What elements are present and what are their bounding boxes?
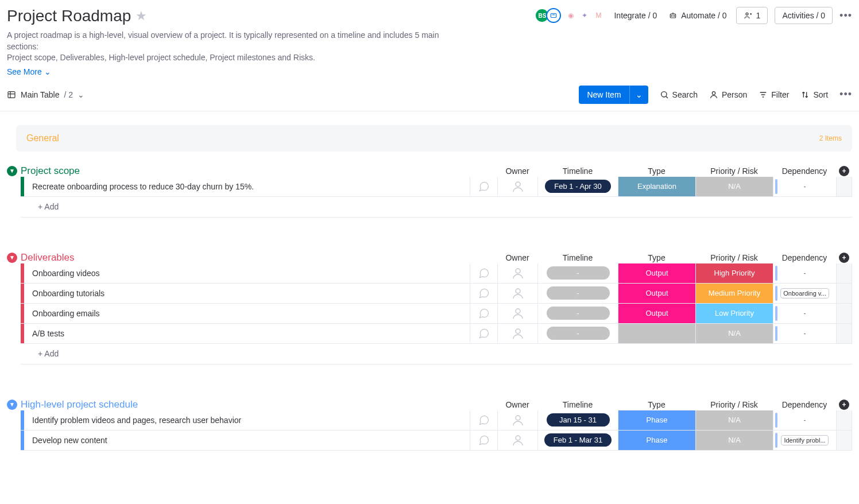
conversation-icon[interactable] [470,177,497,196]
column-timeline[interactable]: Timeline [537,400,618,409]
owner-cell[interactable] [497,263,537,283]
item-name[interactable]: Develop new content [24,431,470,450]
timeline-cell[interactable]: Feb 1 - Mar 31 [537,431,618,450]
priority-cell[interactable]: N/A [695,431,773,450]
type-cell[interactable]: Output [618,263,695,283]
dependency-cell[interactable]: Identify probl... [773,431,836,450]
search-action[interactable]: Search [660,90,698,99]
type-cell[interactable] [618,324,695,343]
new-item-dropdown[interactable]: ⌄ [629,86,648,104]
add-column-button[interactable]: + [836,400,852,410]
sort-action[interactable]: Sort [800,90,828,99]
group-title[interactable]: Deliverables [21,252,497,263]
conversation-icon[interactable] [470,431,497,450]
dependency-cell[interactable]: - [773,324,836,343]
add-item-row[interactable]: + Add [21,344,852,365]
add-column-button[interactable]: + [836,166,852,176]
timeline-cell[interactable]: Feb 1 - Apr 30 [537,177,618,196]
timeline-cell[interactable]: - [537,324,618,343]
timeline-cell[interactable]: - [537,304,618,323]
toolbar-more-icon[interactable]: ••• [839,88,852,100]
type-cell[interactable]: Phase [618,410,695,430]
column-owner[interactable]: Owner [497,253,537,262]
dependency-cell[interactable]: - [773,304,836,323]
automate-link[interactable]: Automate / 0 [666,7,729,24]
timeline-cell[interactable]: - [537,263,618,283]
priority-cell[interactable]: N/A [695,177,773,196]
priority-cell[interactable]: Low Priority [695,304,773,323]
priority-cell[interactable]: N/A [695,324,773,343]
item-name[interactable]: A/B tests [24,324,470,343]
table-row[interactable]: A/B tests-N/A- [21,324,852,344]
dependency-tag[interactable]: Onboarding v... [780,288,829,298]
timeline-cell[interactable]: Jan 15 - 31 [537,410,618,430]
conversation-icon[interactable] [470,284,497,303]
collapse-caret-icon[interactable]: ▼ [7,253,17,263]
column-owner[interactable]: Owner [497,166,537,176]
priority-cell[interactable]: High Priority [695,263,773,283]
table-row[interactable]: Onboarding emails-OutputLow Priority- [21,304,852,324]
invite-button[interactable]: 1 [736,7,768,24]
column-timeline[interactable]: Timeline [537,166,618,176]
owner-cell[interactable] [497,431,537,450]
column-timeline[interactable]: Timeline [537,253,618,262]
owner-cell[interactable] [497,284,537,303]
item-name[interactable]: Identify problem videos and pages, resea… [24,410,470,430]
dependency-cell[interactable]: - [773,177,836,196]
column-owner[interactable]: Owner [497,400,537,409]
column-type[interactable]: Type [618,253,695,262]
type-cell[interactable]: Output [618,284,695,303]
activities-button[interactable]: Activities / 0 [775,7,833,24]
new-item-button[interactable]: New Item ⌄ [579,86,648,104]
collapse-caret-icon[interactable]: ▼ [7,166,17,176]
table-row[interactable]: Develop new contentFeb 1 - Mar 31PhaseN/… [21,431,852,451]
board-title[interactable]: Project Roadmap [7,7,131,25]
table-row[interactable]: Onboarding tutorials-OutputMedium Priori… [21,284,852,304]
item-name[interactable]: Onboarding emails [24,304,470,323]
type-cell[interactable]: Phase [618,431,695,450]
item-name[interactable]: Onboarding tutorials [24,284,470,303]
column-dependency[interactable]: Dependency [773,400,836,409]
column-dependency[interactable]: Dependency [773,166,836,176]
group-title[interactable]: Project scope [21,165,497,177]
timeline-cell[interactable]: - [537,284,618,303]
person-filter[interactable]: Person [709,90,747,99]
owner-cell[interactable] [497,177,537,196]
dependency-cell[interactable]: - [773,263,836,283]
member-avatars[interactable]: BS [535,8,558,23]
priority-cell[interactable]: Medium Priority [695,284,773,303]
integrate-link[interactable]: Integrate / 0 [612,7,659,24]
column-priority[interactable]: Priority / Risk [695,253,773,262]
add-item-row[interactable]: + Add [21,197,852,218]
board-more-icon[interactable]: ••• [839,10,852,22]
table-row[interactable]: Identify problem videos and pages, resea… [21,410,852,431]
column-priority[interactable]: Priority / Risk [695,400,773,409]
dependency-cell[interactable]: Onboarding v... [773,284,836,303]
conversation-icon[interactable] [470,304,497,323]
owner-cell[interactable] [497,410,537,430]
add-column-button[interactable]: + [836,253,852,263]
conversation-icon[interactable] [470,263,497,283]
item-name[interactable]: Onboarding videos [24,263,470,283]
owner-cell[interactable] [497,304,537,323]
column-type[interactable]: Type [618,400,695,409]
see-more-link[interactable]: See More ⌄ [7,67,852,76]
conversation-icon[interactable] [470,410,497,430]
column-dependency[interactable]: Dependency [773,253,836,262]
dependency-tag[interactable]: Identify probl... [781,435,828,445]
table-row[interactable]: Onboarding videos-OutputHigh Priority- [21,263,852,284]
owner-cell[interactable] [497,324,537,343]
priority-cell[interactable]: N/A [695,410,773,430]
chevron-down-icon[interactable]: ⌄ [78,90,84,99]
group-general[interactable]: General 2 Items [16,125,852,152]
column-type[interactable]: Type [618,166,695,176]
type-cell[interactable]: Explanation [618,177,695,196]
filter-action[interactable]: Filter [759,90,789,99]
column-priority[interactable]: Priority / Risk [695,166,773,176]
item-name[interactable]: Recreate onboarding process to reduce 30… [24,177,470,196]
collapse-caret-icon[interactable]: ▼ [7,400,17,410]
type-cell[interactable]: Output [618,304,695,323]
view-name[interactable]: Main Table [21,90,59,99]
favorite-star-icon[interactable]: ★ [136,9,147,24]
conversation-icon[interactable] [470,324,497,343]
